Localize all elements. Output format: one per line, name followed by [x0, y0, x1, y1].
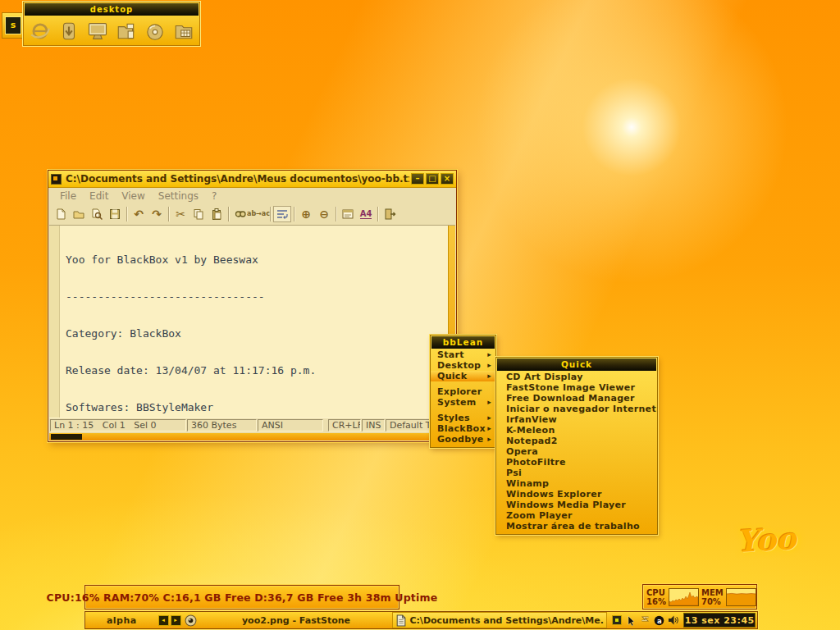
menu-edit[interactable]: Edit: [83, 190, 115, 202]
submenu-arrow-icon: ▸: [487, 371, 491, 381]
new-file-icon[interactable]: [52, 206, 70, 222]
menu-help[interactable]: ?: [205, 190, 223, 202]
tray-pointer-icon[interactable]: [625, 614, 637, 626]
quick-item-show-desktop[interactable]: Mostrar área de trabalho: [496, 521, 657, 532]
workspace-next-button[interactable]: ▸: [171, 615, 181, 626]
window-titlebar[interactable]: C:\Documents and Settings\Andre\Meus doc…: [48, 171, 456, 188]
slit-panel: s: [2, 12, 25, 39]
menu-item-goodbye[interactable]: Goodbye ▸: [431, 434, 495, 445]
menu-view[interactable]: View: [115, 190, 151, 202]
menu-item-label: BlackBox: [437, 423, 486, 434]
submenu-arrow-icon: ▸: [487, 413, 491, 423]
taskbar-clock[interactable]: 13 sex 23:45: [683, 613, 756, 628]
submenu-arrow-icon: ▸: [487, 360, 491, 371]
task-notepad-active[interactable]: C:\Documents and Settings\Andre\Me...: [392, 612, 607, 628]
toolbar-separator: [270, 207, 271, 221]
menu-item-blackbox[interactable]: BlackBox ▸: [431, 423, 495, 434]
quick-item-faststone[interactable]: FastStone Image Viewer: [496, 382, 657, 393]
quick-item-photofiltre[interactable]: PhotoFiltre: [496, 457, 657, 468]
quick-item-k-meleon[interactable]: K-Meleon: [496, 425, 657, 436]
audio-cd-icon[interactable]: [143, 19, 167, 43]
quick-item-irfanview[interactable]: IrfanView: [496, 414, 657, 425]
archive-download-icon[interactable]: [57, 19, 81, 43]
quick-item-cd-art-display[interactable]: CD Art Display: [496, 372, 657, 382]
scheme-config-icon[interactable]: [339, 206, 357, 222]
close-button[interactable]: ×: [441, 173, 454, 185]
quick-item-winamp[interactable]: Winamp: [496, 478, 657, 489]
quick-item-psi[interactable]: Psi: [496, 468, 657, 478]
quick-item-free-download-manager[interactable]: Free Download Manager: [496, 393, 657, 404]
submenu-arrow-icon: ▸: [487, 349, 491, 360]
menu-item-explorer[interactable]: Explorer: [431, 386, 495, 397]
word-wrap-icon[interactable]: [273, 206, 291, 222]
scrollbar-thumb[interactable]: [51, 434, 82, 440]
font-icon[interactable]: A4: [357, 206, 375, 222]
mem-meter-label: MEM 70%: [701, 588, 724, 606]
program-folder-icon[interactable]: [171, 19, 196, 43]
quick-item-internet-browser[interactable]: Iniciar o navegador Internet...: [496, 404, 657, 414]
menu-item-label: Explorer: [437, 386, 482, 397]
horizontal-scrollbar[interactable]: [49, 433, 455, 441]
yoo-wallpaper-logo: Yoo: [736, 520, 797, 559]
tray-avg-antivirus-icon[interactable]: a: [653, 614, 664, 626]
cpu-meter-label: CPU 16%: [646, 588, 666, 606]
documents-folder-icon[interactable]: [114, 19, 139, 43]
menu-item-label: System: [437, 397, 477, 408]
editor-line: -------------------------------: [66, 290, 448, 303]
notepad-doc-icon: [395, 614, 406, 627]
menu-settings[interactable]: Settings: [152, 190, 205, 202]
minimize-button[interactable]: –: [411, 173, 424, 185]
faststone-eye-icon: [185, 614, 197, 627]
zoom-out-icon[interactable]: ⊖: [315, 206, 333, 222]
selection-margin: [49, 226, 60, 418]
mem-graph: [726, 588, 756, 606]
menu-item-desktop[interactable]: Desktop ▸: [431, 360, 495, 371]
menu-item-system[interactable]: System ▸: [431, 397, 495, 408]
undo-icon[interactable]: ↶: [130, 206, 148, 222]
zoom-in-icon[interactable]: ⊕: [297, 206, 315, 222]
cpu-graph: [669, 588, 699, 606]
maximize-button[interactable]: □: [426, 173, 439, 185]
tray-connection-icon[interactable]: [639, 614, 651, 626]
status-bytes: 360 Bytes: [187, 419, 257, 431]
task-faststone[interactable]: yoo2.png - FastStone: [185, 614, 393, 627]
dock-title[interactable]: desktop: [25, 3, 199, 16]
copy-icon[interactable]: [189, 206, 208, 222]
workspace-label[interactable]: alpha: [87, 615, 157, 626]
menu-bar: File Edit View Settings ?: [48, 188, 456, 203]
menu-item-start[interactable]: Start ▸: [431, 349, 495, 360]
quick-item-zoom-player[interactable]: Zoom Player: [496, 510, 657, 521]
system-info-bar: CPU:16% RAM:70% C:16,1 GB Free D:36,7 GB…: [84, 585, 399, 609]
slit-button[interactable]: s: [5, 16, 21, 34]
internet-explorer-icon[interactable]: [28, 19, 52, 43]
status-encoding[interactable]: ANSI: [258, 419, 323, 431]
paste-icon[interactable]: [208, 206, 226, 222]
workspace-prev-button[interactable]: ◂: [158, 615, 169, 626]
toolbar-separator: [336, 207, 336, 221]
menu-item-label: Desktop: [437, 360, 481, 371]
editor-area[interactable]: Yoo for BlackBox v1 by Beeswax ---------…: [49, 225, 455, 418]
svg-text:a: a: [657, 616, 662, 624]
cut-icon[interactable]: ✂: [171, 206, 189, 222]
status-line-ending[interactable]: CR+LF: [328, 419, 361, 431]
replace-icon[interactable]: ab→ac: [249, 206, 267, 222]
browse-file-icon[interactable]: [88, 206, 106, 222]
tray-show-desktop-icon[interactable]: [611, 614, 623, 626]
desktop-wallpaper[interactable]: s desktop: [0, 0, 840, 630]
quick-item-windows-media-player[interactable]: Windows Media Player: [496, 500, 657, 510]
menu-item-styles[interactable]: Styles ▸: [431, 413, 495, 423]
quick-item-windows-explorer[interactable]: Windows Explorer: [496, 489, 657, 500]
tray-volume-icon[interactable]: [667, 614, 678, 626]
save-icon[interactable]: [106, 206, 124, 222]
open-file-icon[interactable]: [70, 206, 88, 222]
quick-item-notepad2[interactable]: Notepad2: [496, 436, 657, 446]
menu-file[interactable]: File: [53, 190, 83, 202]
status-gap: [323, 418, 327, 432]
redo-icon[interactable]: ↷: [148, 206, 166, 222]
exit-icon[interactable]: [381, 206, 399, 222]
display-icon[interactable]: [85, 19, 110, 43]
menu-item-quick[interactable]: Quick ▸: [431, 371, 495, 381]
quick-item-opera[interactable]: Opera: [496, 446, 657, 457]
submenu-arrow-icon: ▸: [487, 397, 491, 408]
status-insert-mode[interactable]: INS: [362, 419, 385, 431]
